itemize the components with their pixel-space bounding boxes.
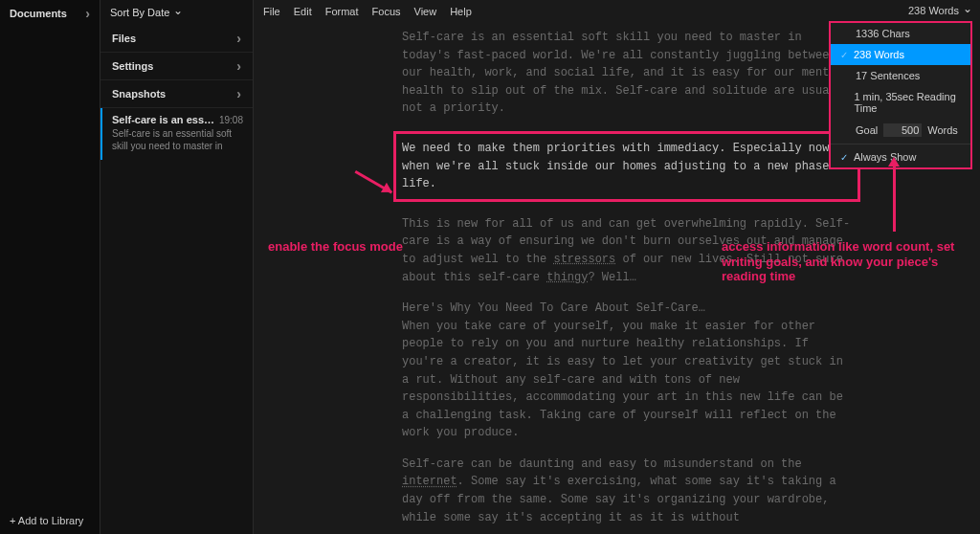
section-snapshots[interactable]: Snapshots [100, 80, 253, 108]
stats-goal-row: Goal Words [831, 119, 970, 142]
section-files[interactable]: Files [100, 25, 253, 53]
chevron-right-icon [236, 58, 241, 74]
stats-chars[interactable]: 1336 Chars [831, 23, 970, 44]
spell-underline[interactable]: internet [402, 475, 457, 488]
focused-paragraph: We need to make them priorities with imm… [393, 131, 860, 202]
menu-edit[interactable]: Edit [294, 6, 312, 17]
word-count-label: 238 Words [908, 5, 959, 16]
sort-label: Sort By Date [110, 7, 169, 18]
annotation-focus: enable the focus mode [268, 239, 403, 255]
menu-bar: File Edit Format Focus View Help [254, 0, 481, 23]
paragraph: Here's Why You Need To Care About Self-C… [402, 300, 852, 442]
sort-by-button[interactable]: Sort By Date [100, 0, 253, 25]
paragraph: Self-care is an essential soft skill you… [402, 29, 852, 118]
chevron-down-icon [173, 6, 183, 19]
menu-focus[interactable]: Focus [372, 6, 401, 17]
sidebar: Sort By Date Files Settings Snapshots Se… [100, 0, 254, 534]
check-icon: ✓ [840, 50, 848, 60]
annotation-stats: access information like word count, set … [722, 239, 970, 284]
menu-help[interactable]: Help [450, 6, 472, 17]
chevron-down-icon [963, 4, 972, 17]
spell-underline[interactable]: thingy [546, 271, 588, 284]
documents-title: Documents [10, 8, 67, 19]
separator [831, 144, 970, 145]
stats-sentences[interactable]: 17 Sentences [831, 65, 970, 86]
section-label: Snapshots [112, 88, 166, 100]
chevron-right-icon [236, 31, 241, 46]
chevron-right-icon[interactable] [85, 6, 90, 21]
stats-always-show[interactable]: ✓ Always Show [831, 146, 970, 167]
menu-format[interactable]: Format [325, 6, 359, 17]
paragraph: Self-care can be daunting and easy to mi… [402, 456, 852, 526]
section-label: Files [112, 33, 136, 44]
stats-words[interactable]: ✓ 238 Words [831, 44, 970, 65]
left-rail: Documents + Add to Library [0, 0, 100, 534]
chevron-right-icon [236, 86, 241, 101]
section-label: Settings [112, 60, 153, 72]
annotation-arrow-icon [893, 165, 896, 232]
document-time: 19:08 [219, 115, 243, 125]
goal-label: Goal [856, 124, 878, 136]
menu-file[interactable]: File [263, 6, 280, 17]
document-title: Self-care is an essential sof… [112, 114, 217, 125]
menu-view[interactable]: View [414, 6, 437, 17]
goal-unit: Words [927, 124, 958, 136]
add-library-button[interactable]: + Add to Library [10, 515, 83, 526]
stats-panel: 1336 Chars ✓ 238 Words 17 Sentences 1 mi… [829, 21, 972, 169]
stats-reading-time[interactable]: 1 min, 35sec Reading Time [831, 86, 970, 119]
word-count-button[interactable]: 238 Words [908, 4, 972, 17]
section-settings[interactable]: Settings [100, 53, 253, 80]
left-rail-header: Documents [0, 0, 100, 27]
check-icon: ✓ [840, 152, 848, 163]
document-preview: Self-care is an essential soft skill you… [112, 127, 243, 152]
goal-input[interactable] [883, 123, 922, 137]
document-item[interactable]: Self-care is an essential sof… 19:08 Sel… [100, 108, 253, 160]
spell-underline[interactable]: stressors [553, 253, 615, 266]
